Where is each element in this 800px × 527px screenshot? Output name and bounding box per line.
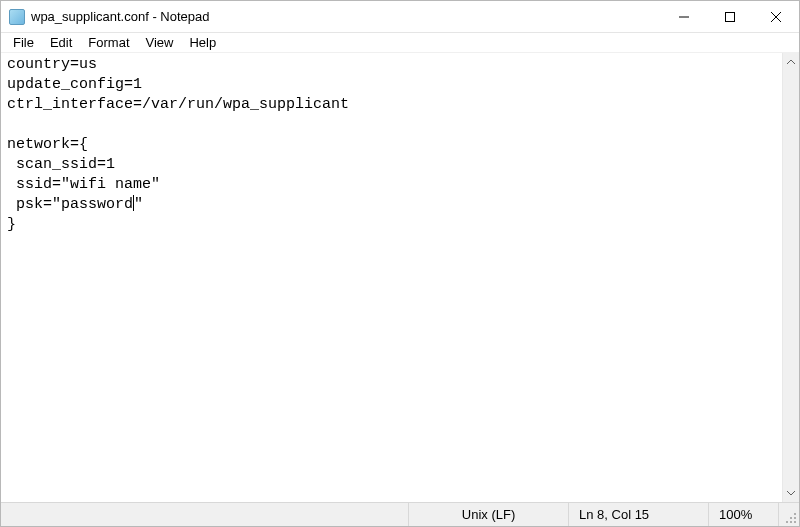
text-editor[interactable]: country=us update_config=1 ctrl_interfac… — [1, 53, 782, 502]
svg-rect-1 — [726, 12, 735, 21]
menu-file[interactable]: File — [5, 34, 42, 51]
title-bar: wpa_supplicant.conf - Notepad — [1, 1, 799, 33]
menu-edit[interactable]: Edit — [42, 34, 80, 51]
minimize-button[interactable] — [661, 1, 707, 32]
window-title: wpa_supplicant.conf - Notepad — [31, 9, 661, 24]
menu-bar: File Edit Format View Help — [1, 33, 799, 53]
scrollbar-track[interactable] — [783, 70, 799, 485]
status-cursor-position: Ln 8, Col 15 — [569, 503, 709, 526]
status-zoom: 100% — [709, 503, 779, 526]
menu-view[interactable]: View — [138, 34, 182, 51]
svg-point-4 — [794, 513, 796, 515]
close-button[interactable] — [753, 1, 799, 32]
vertical-scrollbar[interactable] — [782, 53, 799, 502]
svg-point-5 — [790, 517, 792, 519]
editor-area: country=us update_config=1 ctrl_interfac… — [1, 53, 799, 502]
status-line-ending: Unix (LF) — [409, 503, 569, 526]
svg-point-9 — [794, 521, 796, 523]
scroll-down-button[interactable] — [783, 485, 799, 502]
status-bar: Unix (LF) Ln 8, Col 15 100% — [1, 502, 799, 526]
status-spacer — [1, 503, 409, 526]
menu-help[interactable]: Help — [181, 34, 224, 51]
svg-point-8 — [790, 521, 792, 523]
resize-grip[interactable] — [779, 503, 799, 526]
menu-format[interactable]: Format — [80, 34, 137, 51]
window-controls — [661, 1, 799, 32]
maximize-button[interactable] — [707, 1, 753, 32]
notepad-icon — [9, 9, 25, 25]
svg-point-7 — [786, 521, 788, 523]
svg-point-6 — [794, 517, 796, 519]
scroll-up-button[interactable] — [783, 53, 799, 70]
